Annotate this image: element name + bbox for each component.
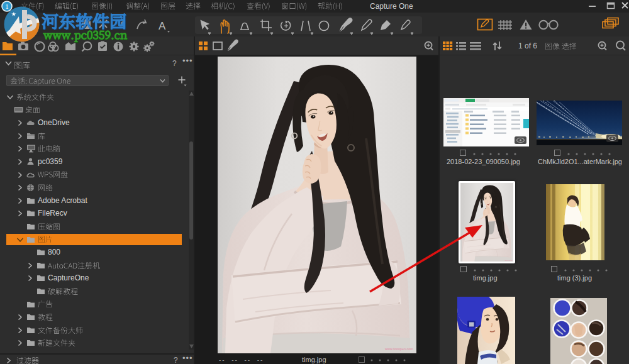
svg-text:www.tooopen.com: www.tooopen.com bbox=[384, 347, 413, 351]
svg-text:A: A bbox=[159, 20, 166, 32]
